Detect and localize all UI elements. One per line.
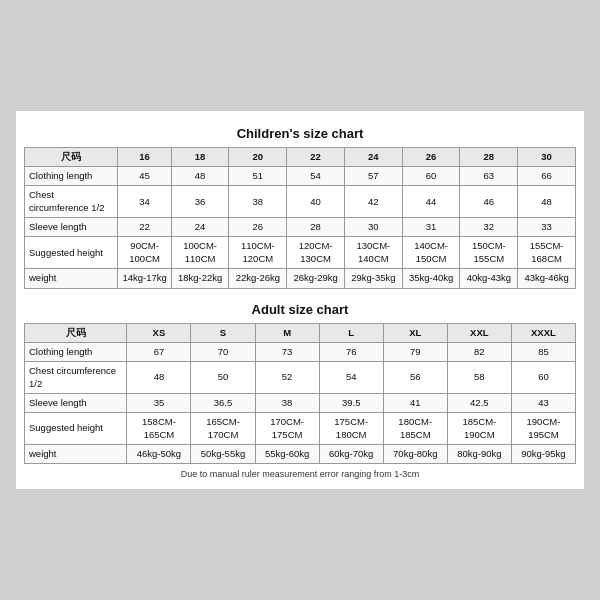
cell-value: 90CM-100CM [118,237,171,269]
cell-value: 36 [171,186,229,218]
cell-value: 38 [255,393,319,412]
cell-value: 54 [287,167,345,186]
cell-value: 100CM-110CM [171,237,229,269]
children-col-header: 尺码 [25,147,118,166]
cell-value: 57 [344,167,402,186]
cell-value: 48 [171,167,229,186]
cell-value: 67 [127,342,191,361]
row-label: Sleeve length [25,218,118,237]
cell-value: 40 [287,186,345,218]
table-row: Clothing length4548515457606366 [25,167,576,186]
table-row: Sleeve length2224262830313233 [25,218,576,237]
cell-value: 46kg-50kg [127,444,191,463]
table-row: Clothing length67707376798285 [25,342,576,361]
children-col-header: 22 [287,147,345,166]
cell-value: 52 [255,362,319,394]
cell-value: 73 [255,342,319,361]
cell-value: 33 [518,218,576,237]
row-label: Chest circumference 1/2 [25,362,127,394]
children-col-header: 30 [518,147,576,166]
cell-value: 50kg-55kg [191,444,255,463]
cell-value: 170CM-175CM [255,413,319,445]
adult-col-header: M [255,323,319,342]
cell-value: 43kg-46kg [518,269,576,288]
cell-value: 140CM-150CM [402,237,460,269]
cell-value: 22 [118,218,171,237]
cell-value: 50 [191,362,255,394]
cell-value: 82 [447,342,511,361]
table-row: Suggested height158CM-165CM165CM-170CM17… [25,413,576,445]
cell-value: 180CM-185CM [383,413,447,445]
cell-value: 51 [229,167,287,186]
cell-value: 43 [511,393,575,412]
cell-value: 38 [229,186,287,218]
cell-value: 150CM-155CM [460,237,518,269]
cell-value: 14kg-17kg [118,269,171,288]
children-chart-title: Children's size chart [24,121,576,147]
cell-value: 175CM-180CM [319,413,383,445]
cell-value: 63 [460,167,518,186]
children-col-header: 16 [118,147,171,166]
cell-value: 22kg-26kg [229,269,287,288]
cell-value: 45 [118,167,171,186]
children-col-header: 26 [402,147,460,166]
row-label: weight [25,269,118,288]
cell-value: 18kg-22kg [171,269,229,288]
table-row: weight14kg-17kg18kg-22kg22kg-26kg26kg-29… [25,269,576,288]
cell-value: 39.5 [319,393,383,412]
table-row: Sleeve length3536.53839.54142.543 [25,393,576,412]
cell-value: 58 [447,362,511,394]
cell-value: 44 [402,186,460,218]
cell-value: 24 [171,218,229,237]
cell-value: 70kg-80kg [383,444,447,463]
adult-size-table: 尺码XSSMLXLXXLXXXL Clothing length67707376… [24,323,576,465]
row-label: Sleeve length [25,393,127,412]
cell-value: 80kg-90kg [447,444,511,463]
table-row: Chest circumference 1/248505254565860 [25,362,576,394]
cell-value: 35 [127,393,191,412]
cell-value: 41 [383,393,447,412]
table-row: Suggested height90CM-100CM100CM-110CM110… [25,237,576,269]
cell-value: 48 [127,362,191,394]
children-col-header: 18 [171,147,229,166]
cell-value: 70 [191,342,255,361]
cell-value: 30 [344,218,402,237]
adult-col-header: 尺码 [25,323,127,342]
adult-col-header: XL [383,323,447,342]
cell-value: 90kg-95kg [511,444,575,463]
cell-value: 54 [319,362,383,394]
cell-value: 130CM-140CM [344,237,402,269]
cell-value: 26kg-29kg [287,269,345,288]
cell-value: 46 [460,186,518,218]
footnote-text: Due to manual ruler measurement error ra… [24,464,576,479]
size-chart-container: Children's size chart 尺码1618202224262830… [15,110,585,491]
row-label: Suggested height [25,413,127,445]
cell-value: 26 [229,218,287,237]
cell-value: 158CM-165CM [127,413,191,445]
cell-value: 120CM-130CM [287,237,345,269]
adult-col-header: L [319,323,383,342]
cell-value: 79 [383,342,447,361]
children-col-header: 28 [460,147,518,166]
cell-value: 190CM-195CM [511,413,575,445]
table-row: weight46kg-50kg50kg-55kg55kg-60kg60kg-70… [25,444,576,463]
row-label: Clothing length [25,342,127,361]
row-label: weight [25,444,127,463]
cell-value: 185CM-190CM [447,413,511,445]
cell-value: 60kg-70kg [319,444,383,463]
children-size-table: 尺码1618202224262830 Clothing length454851… [24,147,576,289]
cell-value: 35kg-40kg [402,269,460,288]
children-col-header: 20 [229,147,287,166]
row-label: Suggested height [25,237,118,269]
cell-value: 31 [402,218,460,237]
cell-value: 56 [383,362,447,394]
cell-value: 36.5 [191,393,255,412]
cell-value: 48 [518,186,576,218]
cell-value: 110CM-120CM [229,237,287,269]
cell-value: 165CM-170CM [191,413,255,445]
cell-value: 34 [118,186,171,218]
cell-value: 42 [344,186,402,218]
row-label: Chest circumference 1/2 [25,186,118,218]
cell-value: 29kg-35kg [344,269,402,288]
cell-value: 42.5 [447,393,511,412]
